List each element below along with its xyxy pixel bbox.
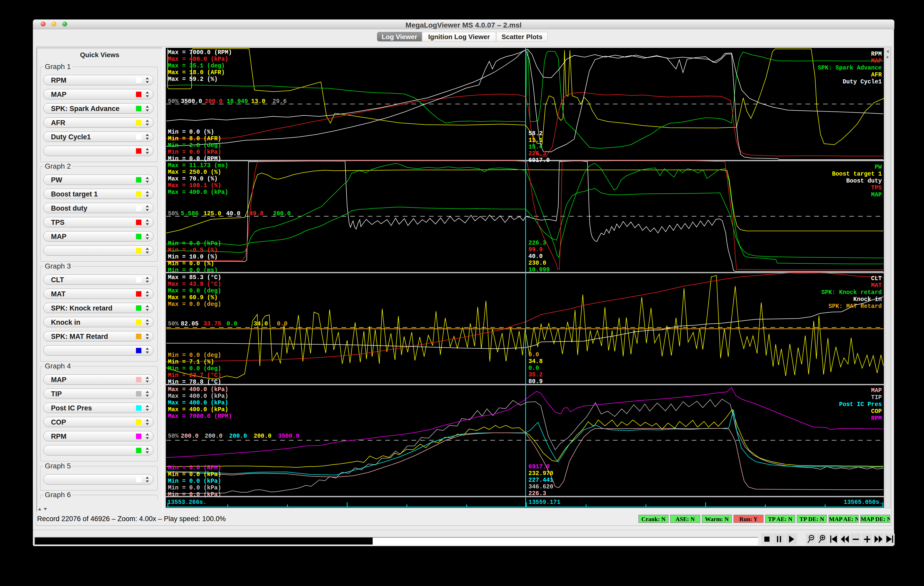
svg-text:Min = 0.0 (ms): Min = 0.0 (ms) [168, 267, 218, 274]
svg-text:200.0: 200.0 [205, 433, 223, 439]
svg-text:Min = -0.5 (%): Min = -0.5 (%) [168, 247, 218, 254]
svg-text:Min = 10.0 (%): Min = 10.0 (%) [168, 254, 218, 260]
svg-text:SPK: MAT Retard: SPK: MAT Retard [828, 303, 882, 310]
svg-text:0.0: 0.0 [528, 352, 539, 358]
svg-text:Max = 59.2 (%): Max = 59.2 (%) [168, 76, 218, 83]
svg-text:Max = 0.0 (deg): Max = 0.0 (deg) [168, 287, 221, 294]
svg-text:18.949: 18.949 [227, 98, 248, 105]
svg-text:PW: PW [874, 164, 882, 170]
svg-text:Max = 400.0 (kPa): Max = 400.0 (kPa) [168, 399, 228, 406]
svg-text:Max = 35.1 (deg): Max = 35.1 (deg) [168, 63, 225, 69]
svg-text:226.3: 226.3 [528, 240, 546, 246]
svg-text:MAT: MAT [871, 282, 882, 289]
svg-text:34.0: 34.0 [254, 320, 268, 327]
svg-text:99.9: 99.9 [528, 246, 543, 253]
svg-text:Max = 43.8 (°C): Max = 43.8 (°C) [168, 281, 221, 287]
svg-text:6917.0: 6917.0 [528, 157, 550, 164]
svg-text:13565.050s.: 13565.050s. [844, 499, 883, 506]
svg-text:AFR: AFR [871, 72, 882, 78]
svg-text:Duty Cycle1: Duty Cycle1 [843, 79, 882, 85]
svg-text:Min = 0.0 (RPM): Min = 0.0 (RPM) [168, 155, 221, 162]
svg-text:0.0: 0.0 [277, 320, 287, 327]
svg-text:10.099: 10.099 [528, 266, 550, 273]
svg-text:346.620: 346.620 [528, 484, 553, 490]
svg-text:Max = 400.0 (kPa): Max = 400.0 (kPa) [168, 386, 228, 393]
svg-text:Max = 7000.0 (RPM): Max = 7000.0 (RPM) [168, 413, 232, 420]
svg-text:Min = 0.0 (%): Min = 0.0 (%) [168, 260, 214, 267]
svg-text:COP: COP [871, 408, 882, 415]
svg-text:Min = 0.0 (kPa): Min = 0.0 (kPa) [168, 149, 221, 155]
svg-text:13.0: 13.0 [251, 98, 265, 105]
svg-text:Min = 0.0 (%): Min = 0.0 (%) [168, 129, 214, 135]
svg-text:Min = 23.7 (°C): Min = 23.7 (°C) [168, 372, 221, 379]
svg-text:Max = 400.0 (kPa): Max = 400.0 (kPa) [168, 56, 228, 63]
svg-text:Max = 400.0 (kPa): Max = 400.0 (kPa) [168, 189, 228, 196]
svg-text:40.0: 40.0 [528, 253, 543, 260]
svg-text:Post IC Pres: Post IC Pres [839, 401, 882, 408]
svg-text:Min = 2.8 (deg): Min = 2.8 (deg) [168, 142, 221, 149]
svg-text:125.0: 125.0 [203, 210, 221, 217]
svg-text:Max = 18.0 (AFR): Max = 18.0 (AFR) [168, 69, 225, 76]
svg-text:Knock in: Knock in [853, 296, 882, 303]
svg-text:Min = 0.0 (kPa): Min = 0.0 (kPa) [168, 485, 221, 491]
svg-text:50%: 50% [168, 433, 179, 439]
svg-text:Max = 85.3 (°C): Max = 85.3 (°C) [168, 274, 221, 281]
svg-text:230.0: 230.0 [528, 260, 546, 266]
svg-text:TPS: TPS [871, 185, 882, 191]
svg-text:0.0: 0.0 [227, 320, 237, 327]
svg-text:MAP: MAP [871, 387, 882, 394]
svg-text:6917.0: 6917.0 [528, 464, 550, 470]
svg-text:Max = 400.0 (kPa): Max = 400.0 (kPa) [168, 393, 228, 399]
svg-text:50%: 50% [168, 98, 179, 105]
svg-text:3500.0: 3500.0 [278, 433, 300, 439]
svg-text:50%: 50% [168, 320, 179, 327]
svg-text:Min = 0.0 (deg): Min = 0.0 (deg) [168, 352, 221, 359]
svg-text:80.9: 80.9 [528, 378, 543, 385]
svg-text:226.3: 226.3 [528, 490, 546, 497]
svg-text:Boost target 1: Boost target 1 [832, 171, 882, 177]
svg-text:15.4: 15.4 [528, 144, 543, 150]
svg-text:34.8: 34.8 [528, 358, 543, 365]
svg-text:Max = 7000.0 (RPM): Max = 7000.0 (RPM) [168, 49, 232, 56]
svg-text:35.2: 35.2 [528, 371, 543, 378]
svg-text:MAP: MAP [871, 191, 882, 198]
svg-text:Max = 100.1 (%): Max = 100.1 (%) [168, 182, 221, 189]
svg-text:200.0: 200.0 [205, 98, 223, 105]
svg-text:Min = 0.0 (kPa): Min = 0.0 (kPa) [168, 240, 221, 247]
svg-text:232.970: 232.970 [528, 470, 553, 477]
svg-text:40.0: 40.0 [226, 210, 240, 217]
svg-text:3500.0: 3500.0 [181, 98, 202, 105]
svg-text:49.8: 49.8 [249, 210, 264, 217]
svg-text:Min = 7.1 (%): Min = 7.1 (%) [168, 359, 214, 365]
svg-text:200.0: 200.0 [181, 433, 198, 439]
svg-text:Max = 0.0 (deg): Max = 0.0 (deg) [168, 301, 221, 308]
svg-text:200.0: 200.0 [254, 433, 271, 439]
svg-text:5.586: 5.586 [181, 210, 198, 217]
svg-text:MAP: MAP [871, 58, 882, 64]
svg-text:CLT: CLT [871, 275, 882, 282]
svg-text:58.2: 58.2 [528, 130, 543, 137]
svg-text:29.6: 29.6 [272, 98, 287, 105]
svg-text:13553.266s.: 13553.266s. [167, 499, 206, 506]
svg-text:Max = 400.0 (kPa): Max = 400.0 (kPa) [168, 406, 228, 413]
svg-text:Max = 70.0 (%): Max = 70.0 (%) [168, 176, 218, 182]
svg-text:Boost duty: Boost duty [846, 178, 882, 184]
svg-text:Max = 250.0 (%): Max = 250.0 (%) [168, 169, 221, 176]
svg-text:Min = 0.0 (kPa): Min = 0.0 (kPa) [168, 491, 221, 498]
svg-text:13559.171: 13559.171 [528, 499, 560, 506]
svg-text:Min = 8.0 (AFR): Min = 8.0 (AFR) [168, 135, 221, 142]
svg-text:Max = 60.9 (%): Max = 60.9 (%) [168, 294, 218, 301]
svg-text:33.75: 33.75 [203, 320, 221, 327]
svg-text:11.1: 11.1 [528, 137, 543, 144]
svg-text:Min = 0.0 (kPa): Min = 0.0 (kPa) [168, 471, 221, 478]
svg-text:0.0: 0.0 [528, 365, 539, 371]
svg-text:226.3: 226.3 [528, 150, 546, 157]
svg-text:200.0: 200.0 [273, 210, 291, 217]
svg-text:227.441: 227.441 [528, 477, 553, 484]
svg-text:SPK: Knock retard: SPK: Knock retard [821, 289, 882, 296]
svg-text:Max = 11.173 (ms): Max = 11.173 (ms) [168, 162, 228, 169]
svg-text:Min = 78.8 (°C): Min = 78.8 (°C) [168, 379, 221, 385]
svg-text:82.05: 82.05 [181, 320, 198, 327]
svg-text:RPM: RPM [871, 51, 882, 58]
svg-text:Min = 0.0 (kPa): Min = 0.0 (kPa) [168, 478, 221, 485]
